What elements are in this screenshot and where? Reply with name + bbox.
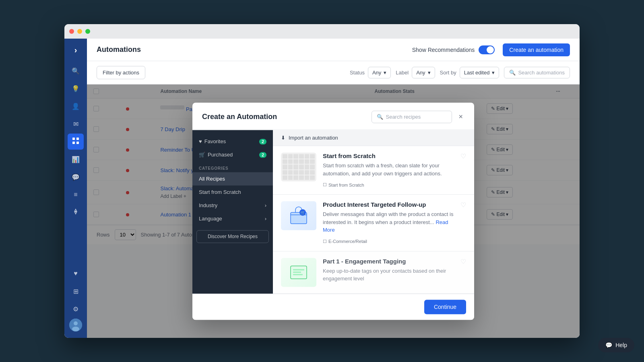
grid-thumbnail: [281, 152, 316, 181]
modal-body: ♥ Favorites 2 🛒 Purchased 2: [192, 130, 474, 294]
sort-select[interactable]: Last edited ▾: [460, 67, 500, 78]
favorites-sidebar-item[interactable]: ♥ Favorites 2: [192, 135, 273, 148]
reports-icon: 📊: [72, 156, 80, 163]
categories-heading: CATEGORIES: [192, 161, 273, 172]
sidebar-item-automations[interactable]: [68, 134, 84, 150]
recipe-search-field[interactable]: 🔍 Search recipes: [372, 111, 452, 123]
filterbar: Filter by actions Status Any ▾ Label Any…: [87, 61, 580, 84]
table-area: Automation Name Automation Stats ···: [87, 84, 580, 338]
svg-rect-12: [293, 269, 304, 270]
recipe-thumbnail-scratch: [281, 152, 316, 181]
user-avatar[interactable]: [69, 319, 82, 331]
lightbulb-icon: 💡: [72, 85, 80, 93]
label-value: Any: [416, 70, 425, 76]
search-automations-field[interactable]: 🔍 Search automations: [504, 67, 570, 78]
sidebar-item-ideas[interactable]: 💡: [68, 80, 84, 97]
sort-value: Last edited: [464, 70, 490, 76]
svg-point-4: [75, 211, 76, 212]
filter-by-actions-button[interactable]: Filter by actions: [97, 66, 145, 79]
sidebar-item-search[interactable]: 🔍: [68, 63, 84, 79]
gear-icon: ⚙: [73, 305, 78, 313]
recipe-card-product-interest[interactable]: 🛒 Product Interest Targeted Follow-up De…: [273, 195, 474, 251]
purchased-sidebar-item[interactable]: 🛒 Purchased 2: [192, 148, 273, 161]
purchased-label: Purchased: [208, 152, 233, 158]
contacts-icon: 👤: [72, 103, 80, 110]
sort-label: Sort by: [440, 70, 456, 76]
read-more-link[interactable]: Read More: [323, 219, 448, 233]
industry-sidebar-item[interactable]: Industry ›: [192, 199, 273, 212]
maximize-button[interactable]: [85, 29, 90, 34]
sidebar-item-heart[interactable]: ♥: [68, 265, 84, 282]
integrations-icon: [72, 208, 79, 217]
status-select[interactable]: Any ▾: [368, 67, 391, 78]
recipe-favorite-button[interactable]: ♡: [460, 201, 466, 209]
sidebar-item-conversations[interactable]: 💬: [68, 169, 84, 185]
continue-button[interactable]: Continue: [424, 300, 466, 314]
modal-sidebar: ♥ Favorites 2 🛒 Purchased 2: [192, 130, 273, 294]
modal-header: Create an Automation 🔍 Search recipes ×: [192, 103, 474, 130]
recipe-search-placeholder: Search recipes: [386, 114, 421, 120]
recipe-card-engagement[interactable]: Part 1 - Engagement Tagging Keep up-to-d…: [273, 251, 474, 294]
all-recipes-sidebar-item[interactable]: All Recipes: [192, 172, 273, 185]
sidebar-item-contacts[interactable]: 👤: [68, 98, 84, 114]
svg-rect-1: [76, 138, 79, 140]
sidebar-item-lists[interactable]: ≡: [68, 187, 84, 203]
modal-title: Create an Automation: [202, 113, 277, 121]
recommendations-switch[interactable]: [479, 45, 495, 54]
topbar: Automations Show Recommendations Create …: [87, 39, 580, 61]
svg-point-6: [74, 321, 78, 325]
main-content: Automations Show Recommendations Create …: [87, 39, 580, 338]
tag-icon: ☐: [323, 239, 327, 244]
sidebar-item-apps[interactable]: ⊞: [68, 283, 84, 299]
svg-rect-13: [293, 272, 301, 273]
svg-point-7: [72, 327, 79, 331]
label-label: Label: [396, 70, 409, 76]
label-filter-group: Label Any ▾: [396, 67, 435, 78]
industry-chevron-icon: ›: [265, 202, 266, 208]
import-automation-banner[interactable]: ⬇ Import an automation: [273, 130, 474, 146]
recipe-name: Start from Scratch: [323, 152, 454, 159]
cart-icon: 🛒: [199, 152, 205, 158]
import-label: Import an automation: [289, 135, 338, 141]
recipe-info: Part 1 - Engagement Tagging Keep up-to-d…: [323, 258, 454, 286]
label-chevron-icon: ▾: [428, 70, 431, 76]
language-chevron-icon: ›: [265, 216, 266, 222]
sidebar-item-reports[interactable]: 📊: [68, 151, 84, 167]
start-from-scratch-sidebar-item[interactable]: Start from Scratch: [192, 185, 273, 199]
tag-label: E-Commerce/Retail: [328, 239, 367, 244]
sidebar-item-settings[interactable]: ⚙: [68, 301, 84, 317]
status-label: Status: [350, 70, 365, 76]
purchased-count: 2: [259, 152, 266, 158]
tag-icon: ☐: [323, 182, 327, 187]
recipe-card-scratch[interactable]: Start from Scratch Start from scratch wi…: [273, 146, 474, 195]
recipe-favorite-button[interactable]: ♡: [460, 258, 466, 265]
language-label: Language: [199, 216, 222, 222]
import-icon: ⬇: [281, 135, 285, 141]
svg-rect-2: [72, 142, 75, 144]
all-recipes-label: All Recipes: [199, 176, 225, 182]
svg-rect-0: [72, 138, 75, 140]
sidebar-item-email[interactable]: ✉: [68, 116, 84, 132]
search-icon: 🔍: [377, 114, 383, 120]
recipe-description: Deliver messages that align with the pro…: [323, 210, 454, 234]
discover-more-recipes-button[interactable]: Discover More Recipes: [196, 230, 269, 243]
recipe-favorite-button[interactable]: ♡: [460, 152, 466, 160]
apps-icon: ⊞: [73, 288, 78, 295]
help-label: Help: [615, 342, 627, 348]
label-select[interactable]: Any ▾: [412, 67, 435, 78]
start-from-scratch-label: Start from Scratch: [199, 189, 241, 195]
heart-icon: ♥: [74, 270, 78, 277]
close-button[interactable]: [69, 29, 74, 34]
recipe-thumbnail-engagement: [281, 258, 316, 287]
sidebar-item-integrations[interactable]: [68, 204, 84, 220]
help-button[interactable]: 💬 Help: [598, 338, 634, 352]
sort-filter-group: Sort by Last edited ▾: [440, 67, 500, 78]
minimize-button[interactable]: [77, 29, 82, 34]
language-sidebar-item[interactable]: Language ›: [192, 212, 273, 225]
modal-close-button[interactable]: ×: [457, 111, 464, 123]
recipe-description: Start from scratch with a fresh, clean s…: [323, 162, 454, 177]
create-automation-button[interactable]: Create an automation: [503, 43, 570, 56]
page-title: Automations: [97, 45, 412, 54]
recommendations-toggle: Show Recommendations: [412, 45, 495, 54]
sidebar-logo[interactable]: ›: [68, 42, 84, 58]
